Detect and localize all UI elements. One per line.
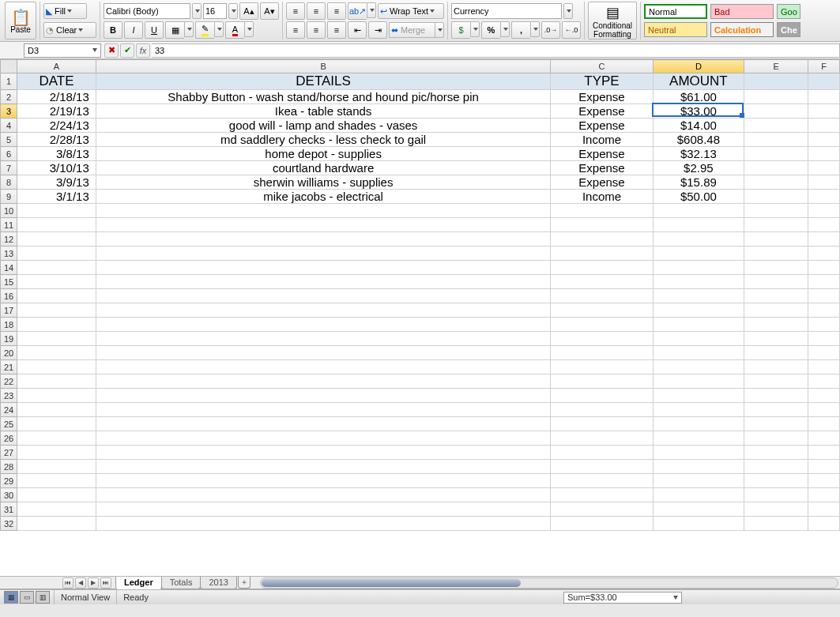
cell[interactable] [17,303,96,318]
cell[interactable] [96,474,551,488]
merge-dd[interactable] [435,22,444,38]
font-name-dd[interactable] [192,3,202,19]
cell[interactable] [551,488,653,502]
cell[interactable] [653,389,744,403]
cell[interactable] [96,517,551,531]
header-details[interactable]: DETAILS [96,73,551,90]
cell[interactable] [653,446,744,460]
cell[interactable] [17,275,96,289]
cell[interactable] [744,190,808,204]
bold-button[interactable]: B [104,21,122,39]
cell[interactable] [808,403,840,417]
cell[interactable] [808,261,840,275]
cell-amount[interactable]: $14.00 [653,119,744,133]
cell[interactable] [17,318,96,332]
cell-type[interactable]: Income [551,190,653,204]
cell-date[interactable]: 3/9/13 [17,175,96,190]
orientation-button[interactable]: ab↗ [348,2,367,20]
cell[interactable] [551,374,653,389]
cell-amount[interactable]: $2.95 [653,161,744,175]
cell[interactable] [653,431,744,446]
accounting-dd[interactable] [470,21,480,37]
select-all-corner[interactable] [1,60,17,73]
row-header-14[interactable]: 14 [1,261,17,275]
cell[interactable] [744,246,808,261]
cell[interactable] [17,374,96,389]
cell[interactable] [744,360,808,374]
cell-type[interactable]: Expense [551,119,653,133]
cell-type[interactable]: Expense [551,175,653,190]
sheet-tab-2013[interactable]: 2013 [200,577,236,589]
cell-details[interactable]: home depot - supplies [96,147,551,161]
row-header-20[interactable]: 20 [1,346,17,360]
cell[interactable] [808,161,840,175]
cell[interactable] [17,360,96,374]
italic-button[interactable]: I [124,21,143,39]
font-size-dd[interactable] [228,3,238,19]
cell[interactable] [744,502,808,517]
cell-details[interactable]: Ikea - table stands [96,104,551,119]
row-header-3[interactable]: 3 [1,104,17,119]
cell[interactable] [653,517,744,531]
cell[interactable] [551,289,653,303]
cell[interactable] [744,403,808,417]
cell[interactable] [96,346,551,360]
align-center-button[interactable]: ≡ [307,21,326,39]
header-date[interactable]: DATE [17,73,96,90]
number-format-combo[interactable] [451,3,562,19]
cell-type[interactable]: Income [551,133,653,147]
cell[interactable] [808,289,840,303]
cell[interactable] [17,517,96,531]
cell[interactable] [96,488,551,502]
style-calculation[interactable]: Calculation [710,22,774,37]
cell[interactable] [744,275,808,289]
cell[interactable] [744,232,808,246]
cell[interactable] [551,275,653,289]
align-top-button[interactable]: ≡ [286,2,305,20]
merge-button[interactable]: ⬌ Merge [389,22,435,38]
row-header-23[interactable]: 23 [1,389,17,403]
view-pagebreak-button[interactable]: ▥ [36,591,50,604]
col-header-C[interactable]: C [551,60,653,73]
cell[interactable] [744,175,808,190]
cell[interactable] [808,431,840,446]
cell[interactable] [653,218,744,232]
cell[interactable] [744,517,808,531]
cell[interactable] [17,446,96,460]
cell[interactable] [808,446,840,460]
style-check[interactable]: Che [777,22,800,37]
cell[interactable] [744,417,808,431]
comma-button[interactable]: , [511,21,530,39]
cell[interactable] [551,417,653,431]
row-header-11[interactable]: 11 [1,218,17,232]
font-color-dd[interactable] [244,21,254,37]
cell[interactable] [808,133,840,147]
cancel-button[interactable]: ✖ [104,43,119,58]
cell[interactable] [551,303,653,318]
cell-amount[interactable]: $32.13 [653,147,744,161]
cell[interactable] [808,104,840,119]
cell-details[interactable]: md saddlery checks - less check to gail [96,133,551,147]
borders-button[interactable]: ▦ [165,21,184,39]
fx-button[interactable]: fx [136,43,150,58]
cell[interactable] [17,431,96,446]
accounting-button[interactable]: $ [451,21,470,39]
cell[interactable] [96,261,551,275]
cell[interactable] [96,389,551,403]
col-header-E[interactable]: E [744,60,808,73]
cell[interactable] [17,403,96,417]
tab-nav-last[interactable]: ⏭ [100,577,111,589]
row-header-8[interactable]: 8 [1,175,17,190]
cell[interactable] [17,346,96,360]
orientation-dd[interactable] [367,2,376,18]
cell[interactable] [96,275,551,289]
row-header-26[interactable]: 26 [1,431,17,446]
style-good[interactable]: Goo [777,4,800,19]
cell[interactable] [96,289,551,303]
grow-font-button[interactable]: A▴ [239,2,258,20]
header-amount[interactable]: AMOUNT [653,73,744,90]
sheet-tab-ledger[interactable]: Ledger [115,577,162,589]
cell[interactable] [551,446,653,460]
cell[interactable] [653,261,744,275]
fill-button[interactable]: ◣ Fill [43,3,87,19]
